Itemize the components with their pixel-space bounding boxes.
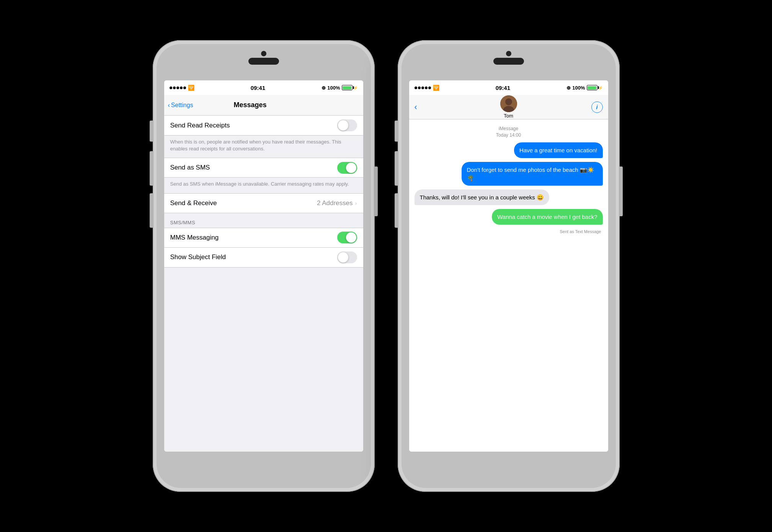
- settings-back-button[interactable]: ‹ Settings: [168, 102, 193, 109]
- message-row-1: Have a great time on vacation!: [415, 142, 603, 158]
- back-chevron-icon: ‹: [168, 102, 170, 109]
- volume-up-button[interactable]: [150, 151, 153, 186]
- toggle-knob-subject: [338, 252, 348, 263]
- status-left-r: 🛜: [415, 85, 439, 91]
- message-row-3: Thanks, will do! I'll see you in a coupl…: [415, 189, 603, 205]
- toggle-knob-sms: [346, 163, 356, 173]
- send-as-sms-section: Send as SMS Send as SMS when iMessage is…: [164, 158, 363, 193]
- mms-messaging-row[interactable]: MMS Messaging: [164, 228, 363, 248]
- message-bubble-3: Thanks, will do! I'll see you in a coupl…: [415, 189, 550, 205]
- message-bubble-2: Don't forget to send me photos of the be…: [462, 162, 603, 186]
- send-read-receipts-row[interactable]: Send Read Receipts: [164, 116, 363, 135]
- contact-info-button[interactable]: i: [591, 101, 603, 113]
- back-label[interactable]: Settings: [171, 102, 193, 109]
- avatar-svg: [500, 95, 517, 112]
- contact-avatar: [500, 95, 517, 112]
- sms-mms-header: SMS/MMS: [164, 213, 363, 228]
- send-as-sms-label: Send as SMS: [170, 164, 210, 171]
- show-subject-toggle[interactable]: [337, 251, 357, 263]
- chevron-icon: ›: [355, 200, 357, 206]
- contact-name: Tom: [504, 113, 513, 119]
- show-subject-label: Show Subject Field: [170, 253, 226, 261]
- message-bubble-1: Have a great time on vacation!: [514, 142, 602, 158]
- imessage-back-button[interactable]: ‹: [415, 102, 426, 112]
- read-receipts-description: When this is on, people are notified whe…: [164, 135, 363, 158]
- signal-indicator: [170, 86, 186, 89]
- signal-indicator-r: [415, 86, 431, 89]
- speaker: [248, 58, 279, 65]
- settings-page-title: Messages: [233, 101, 266, 109]
- status-bar: 🛜 09:41 ⊕ 100% ⚡: [164, 80, 363, 95]
- send-receive-addresses: 2 Addresses: [317, 199, 353, 207]
- battery-fill-r: [588, 86, 596, 90]
- message-text-4: Wanna catch a movie when I get back?: [497, 214, 597, 220]
- sms-mms-section: MMS Messaging Show Subject Field: [164, 228, 363, 268]
- status-bar-r: 🛜 09:41 ⊕ 100% ⚡: [409, 80, 608, 95]
- send-as-sms-row[interactable]: Send as SMS: [164, 158, 363, 178]
- message-row-2: Don't forget to send me photos of the be…: [415, 162, 603, 186]
- message-bubble-4: Wanna catch a movie when I get back?: [492, 209, 602, 225]
- status-right-r: ⊕ 100% ⚡: [566, 85, 602, 91]
- volume-down-button[interactable]: [150, 193, 153, 228]
- message-row-4: Wanna catch a movie when I get back?: [415, 209, 603, 225]
- read-receipts-section: Send Read Receipts When this is on, peop…: [164, 116, 363, 158]
- send-read-receipts-toggle[interactable]: [337, 119, 357, 131]
- send-receive-value: 2 Addresses ›: [317, 199, 357, 207]
- send-read-receipts-label: Send Read Receipts: [170, 122, 230, 129]
- left-iphone: 🛜 09:41 ⊕ 100% ⚡ ‹ Settings Messages: [153, 40, 375, 492]
- iphone-top-hardware: [248, 51, 279, 65]
- status-time: 09:41: [251, 85, 265, 91]
- timestamp-text: iMessageToday 14:00: [496, 126, 521, 138]
- volume-up-button-r[interactable]: [395, 151, 398, 186]
- volume-down-button-r[interactable]: [395, 193, 398, 228]
- svg-point-1: [505, 98, 512, 105]
- toggle-knob-mms: [346, 232, 356, 243]
- send-receive-row[interactable]: Send & Receive 2 Addresses ›: [164, 193, 363, 213]
- mute-button[interactable]: [150, 121, 153, 142]
- left-screen: 🛜 09:41 ⊕ 100% ⚡ ‹ Settings Messages: [164, 80, 363, 452]
- location-icon: ⊕: [322, 85, 326, 91]
- battery-pct: 100%: [327, 85, 340, 91]
- right-screen: 🛜 09:41 ⊕ 100% ⚡ ‹: [409, 80, 608, 452]
- location-icon-r: ⊕: [566, 85, 571, 91]
- front-camera-r: [506, 51, 511, 56]
- battery-indicator-r: ⚡: [587, 85, 603, 90]
- send-as-sms-toggle[interactable]: [337, 162, 357, 174]
- status-left: 🛜: [170, 85, 194, 91]
- message-timestamp: iMessageToday 14:00: [415, 126, 603, 139]
- power-button-r[interactable]: [620, 166, 623, 216]
- send-receive-section: Send & Receive 2 Addresses ›: [164, 193, 363, 213]
- battery-fill: [343, 86, 351, 90]
- wifi-icon: 🛜: [188, 85, 194, 91]
- battery-box-r: [587, 85, 597, 90]
- mute-button-r[interactable]: [395, 121, 398, 142]
- battery-indicator: ⚡: [342, 85, 358, 90]
- sent-as-text-message: Sent as Text Message: [415, 229, 603, 234]
- mms-messaging-toggle[interactable]: [337, 232, 357, 243]
- show-subject-row[interactable]: Show Subject Field: [164, 248, 363, 268]
- message-text-3: Thanks, will do! I'll see you in a coupl…: [420, 194, 544, 201]
- battery-pct-r: 100%: [572, 85, 585, 91]
- front-camera: [261, 51, 266, 56]
- right-iphone: 🛜 09:41 ⊕ 100% ⚡ ‹: [398, 40, 620, 492]
- status-time-r: 09:41: [496, 85, 510, 91]
- contact-header[interactable]: Tom: [500, 95, 517, 119]
- imessage-nav-bar: ‹ Tom i: [409, 95, 608, 119]
- mms-messaging-label: MMS Messaging: [170, 234, 219, 242]
- message-text-2: Don't forget to send me photos of the be…: [467, 166, 595, 181]
- iphone-top-hardware-r: [493, 51, 524, 65]
- settings-body: Send Read Receipts When this is on, peop…: [164, 116, 363, 452]
- power-button[interactable]: [375, 166, 378, 216]
- toggle-knob: [338, 120, 348, 131]
- battery-box: [342, 85, 353, 90]
- send-receive-label: Send & Receive: [170, 199, 217, 207]
- speaker-r: [493, 58, 524, 65]
- status-right: ⊕ 100% ⚡: [322, 85, 357, 91]
- imessage-body: iMessageToday 14:00 Have a great time on…: [409, 119, 608, 452]
- send-as-sms-description: Send as SMS when iMessage is unavailable…: [164, 178, 363, 193]
- settings-nav-bar: ‹ Settings Messages: [164, 95, 363, 116]
- message-text-1: Have a great time on vacation!: [519, 147, 597, 153]
- wifi-icon-r: 🛜: [433, 85, 439, 91]
